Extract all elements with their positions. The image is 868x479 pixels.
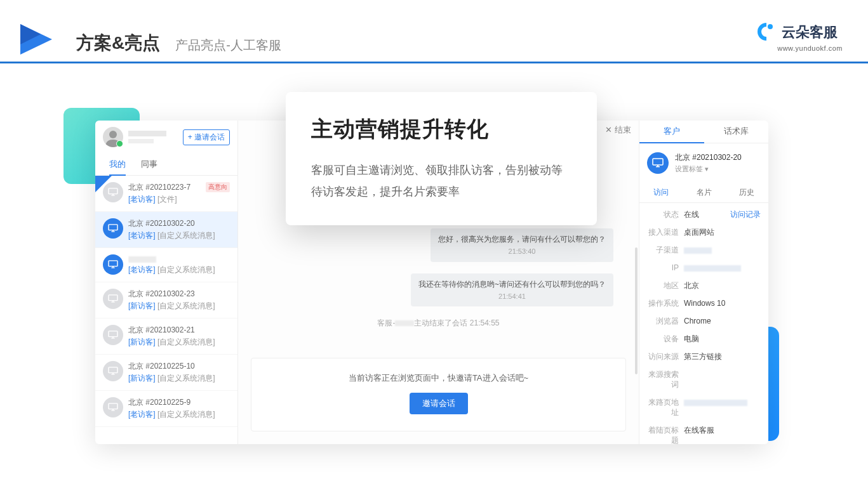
monitor-icon — [103, 254, 123, 275]
conversation-preview: [新访客] [自定义系统消息] — [128, 301, 230, 312]
svg-rect-11 — [109, 295, 117, 301]
prop-key: 访问来源 — [647, 351, 684, 362]
prop-value: 在线客服 — [684, 425, 761, 444]
sidebar-header: + 邀请会话 — [95, 121, 237, 154]
system-message: 客服-主动结束了会话 21:54:55 — [264, 318, 613, 329]
prop-key: 操作系统 — [647, 298, 684, 308]
subtab-history[interactable]: 历史 — [725, 183, 768, 202]
svg-rect-2 — [109, 188, 117, 194]
footer-prompt: 当前访客正在浏览页面中，快邀请TA进入会话吧~ — [264, 372, 613, 384]
svg-rect-20 — [109, 404, 117, 409]
message-row: 您好，很高兴为您服务，请问有什么可以帮您的？21:53:40 — [264, 228, 613, 262]
sidebar: + 邀请会话 我的 同事 北京 #20210223-7[老访客] [文件]高意向… — [95, 121, 238, 444]
prop-key: 着陆页标题 — [647, 425, 684, 444]
svg-rect-22 — [112, 409, 114, 410]
svg-rect-19 — [112, 373, 114, 374]
set-tag-dropdown[interactable]: 设置标签 — [675, 164, 742, 174]
conversation-title: 北京 #20210302-21 — [128, 325, 230, 336]
conversation-item[interactable]: 北京 #20210225-9[老访客] [自定义系统消息] — [95, 391, 237, 427]
svg-rect-18 — [111, 374, 114, 374]
svg-rect-4 — [112, 194, 114, 195]
prop-value — [684, 263, 761, 273]
prop-key: 来路页地址 — [647, 397, 684, 417]
svg-rect-16 — [112, 337, 114, 338]
info-panel-tabs: 客户 话术库 — [639, 121, 768, 143]
prop-value: Windows 10 — [684, 298, 761, 308]
info-panel: 客户 话术库 北京 #20210302-20 设置标签 访问 名片 历史 状态在… — [639, 121, 768, 444]
prop-value — [684, 245, 761, 255]
prop-value — [684, 397, 761, 417]
conversation-title: 北京 #20210302-20 — [128, 218, 230, 229]
prop-key: 状态 — [647, 209, 684, 220]
conversation-item[interactable]: 北京 #20210302-20[老访客] [自定义系统消息] — [95, 212, 237, 248]
prop-key: 接入渠道 — [647, 227, 684, 237]
conversation-item[interactable]: 北京 #20210302-23[新访客] [自定义系统消息] — [95, 282, 237, 318]
prop-key: 浏览器 — [647, 316, 684, 326]
end-session-button[interactable]: 结束 — [605, 124, 631, 136]
invite-to-chat-button[interactable]: 邀请会话 — [410, 393, 468, 414]
monitor-icon — [103, 397, 123, 417]
prop-value — [684, 369, 761, 390]
conversation-item[interactable]: 北京 #20210225-10[新访客] [自定义系统消息] — [95, 355, 237, 391]
scrollbar[interactable] — [635, 247, 638, 351]
conversation-preview: [老访客] [自定义系统消息] — [128, 265, 230, 275]
monitor-icon — [103, 289, 123, 309]
prop-value: 桌面网站 — [684, 227, 761, 237]
prop-value: 电脑 — [684, 334, 761, 344]
info-tab-customer[interactable]: 客户 — [639, 121, 704, 143]
info-tab-scripts[interactable]: 话术库 — [704, 121, 769, 143]
svg-rect-21 — [111, 410, 114, 410]
sidebar-tabs: 我的 同事 — [95, 154, 237, 176]
tab-colleagues[interactable]: 同事 — [133, 154, 165, 175]
svg-rect-23 — [653, 159, 663, 165]
message-bubble: 我还在等待你的消息哟~请问还有什么可以帮到您的吗？21:54:41 — [411, 273, 613, 307]
monitor-icon — [103, 182, 123, 202]
conversation-preview: [老访客] [自定义系统消息] — [128, 230, 230, 241]
message-row: 我还在等待你的消息哟~请问还有什么可以帮到您的吗？21:54:41 — [264, 273, 613, 307]
page-header: 方案&亮点 产品亮点-人工客服 — [0, 32, 868, 63]
message-time: 21:53:40 — [438, 246, 606, 257]
message-time: 21:54:41 — [418, 291, 606, 302]
intent-badge: 高意向 — [206, 182, 230, 192]
conversation-item[interactable]: [老访客] [自定义系统消息] — [95, 248, 237, 282]
svg-rect-9 — [111, 267, 114, 268]
conversation-title — [128, 254, 230, 263]
conversation-item[interactable]: 北京 #20210223-7[老访客] [文件]高意向 — [95, 176, 237, 212]
invite-session-button[interactable]: + 邀请会话 — [183, 129, 230, 145]
svg-rect-12 — [111, 301, 114, 302]
monitor-icon — [103, 218, 123, 239]
conversation-title: 北京 #20210225-10 — [128, 361, 230, 372]
prop-value: 第三方链接 — [684, 351, 761, 362]
monitor-icon — [103, 361, 123, 381]
conversation-preview: [老访客] [文件] — [128, 194, 230, 205]
prop-key: IP — [647, 263, 684, 273]
svg-rect-15 — [111, 338, 114, 338]
prop-key: 设备 — [647, 334, 684, 344]
svg-rect-24 — [656, 166, 660, 167]
svg-rect-3 — [111, 195, 114, 195]
svg-point-0 — [768, 24, 773, 29]
prop-value: 北京 — [684, 280, 761, 291]
conversation-item[interactable]: 北京 #20210302-21[新访客] [自定义系统消息] — [95, 318, 237, 355]
conversation-title: 北京 #20210302-23 — [128, 289, 230, 299]
conversation-list[interactable]: 北京 #20210223-7[老访客] [文件]高意向北京 #20210302-… — [95, 176, 237, 444]
svg-rect-25 — [657, 165, 658, 166]
visitor-header: 北京 #20210302-20 设置标签 — [639, 143, 768, 183]
agent-name — [128, 131, 183, 143]
subtab-card[interactable]: 名片 — [683, 183, 726, 202]
visitor-id: 北京 #20210302-20 — [675, 152, 742, 163]
brand-logo: 云朵客服 www.yunduokf.com — [754, 19, 843, 52]
conversation-title: 北京 #20210225-9 — [128, 397, 230, 408]
subtab-visit[interactable]: 访问 — [639, 183, 683, 202]
svg-rect-10 — [112, 266, 114, 268]
svg-rect-6 — [111, 231, 114, 232]
svg-rect-14 — [109, 331, 117, 337]
visit-log-link[interactable]: 访问记录 — [730, 209, 761, 220]
callout-text: 客服可自主邀请浏览、领取排队访客，告别被动等待访客发起，提升名片索要率 — [311, 159, 571, 202]
svg-rect-7 — [112, 230, 114, 232]
conversation-preview: [新访客] [自定义系统消息] — [128, 337, 230, 348]
visitor-properties: 状态在线访问记录 接入渠道桌面网站 子渠道 IP 地区北京 操作系统Window… — [639, 203, 768, 444]
agent-avatar[interactable] — [103, 127, 123, 147]
page-subtitle: 产品亮点-人工客服 — [175, 37, 281, 62]
tab-mine[interactable]: 我的 — [102, 154, 133, 175]
